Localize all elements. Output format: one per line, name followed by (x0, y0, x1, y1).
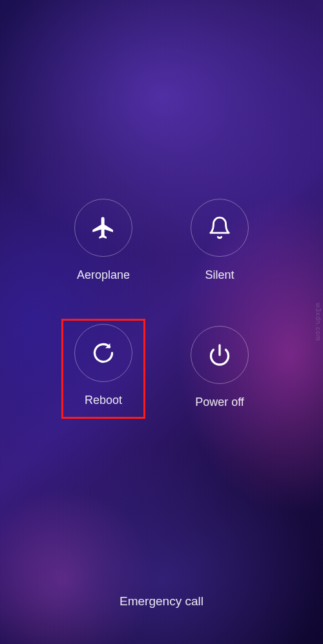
aeroplane-icon (90, 215, 116, 241)
emergency-call-button[interactable]: Emergency call (0, 594, 323, 609)
silent-option[interactable]: Silent (178, 194, 262, 290)
reboot-option[interactable]: Reboot (61, 319, 145, 419)
power-icon (208, 343, 231, 367)
silent-circle (191, 199, 249, 257)
power-menu-grid: Aeroplane Silent Reboot (0, 194, 323, 417)
aeroplane-option[interactable]: Aeroplane (61, 194, 145, 290)
watermark: w3xdn.com (315, 303, 322, 341)
poweroff-label: Power off (195, 396, 244, 409)
reboot-icon (92, 341, 115, 365)
reboot-circle (74, 324, 132, 382)
aeroplane-circle (74, 199, 132, 257)
poweroff-circle (191, 326, 249, 384)
silent-label: Silent (205, 268, 234, 282)
aeroplane-label: Aeroplane (77, 268, 130, 282)
bell-icon (207, 216, 232, 240)
reboot-label: Reboot (85, 394, 122, 407)
poweroff-option[interactable]: Power off (178, 321, 262, 417)
